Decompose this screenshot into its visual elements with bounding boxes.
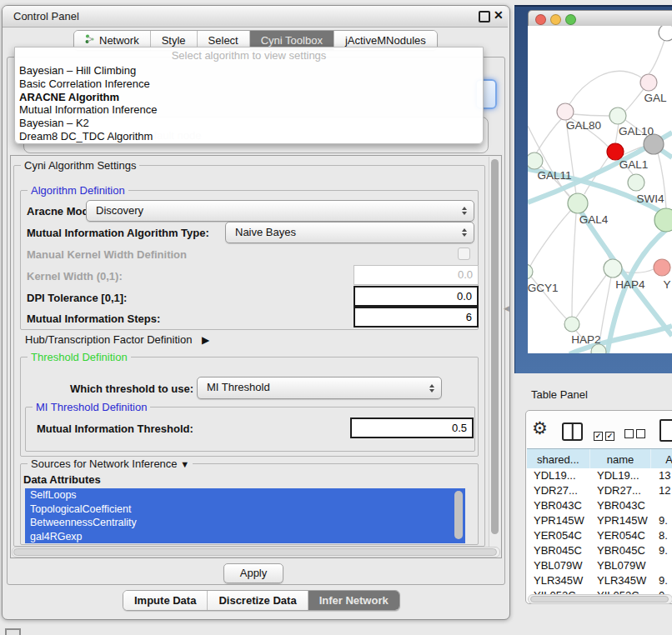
data-attributes-list: SelfLoopsTopologicalCoefficientBetweenne…: [25, 488, 465, 543]
splitter-arrow-icon[interactable]: ◀: [504, 304, 509, 312]
table-cell: 12: [652, 483, 672, 498]
dpi-tolerance-field[interactable]: 0.0: [354, 286, 479, 307]
network-edge: [529, 210, 571, 268]
tab-infer-network[interactable]: Infer Network: [308, 591, 399, 610]
network-node-gal10[interactable]: [609, 108, 626, 124]
algorithm-option[interactable]: Basic Correlation Inference: [15, 78, 483, 91]
table-row[interactable]: YDR27...YDR27...12: [527, 483, 672, 498]
table-cell: 8.: [652, 528, 672, 543]
mi-steps-field[interactable]: 6: [354, 307, 479, 328]
aracne-mode-select[interactable]: Discovery: [86, 200, 474, 222]
data-attribute-item[interactable]: BetweennessCentrality: [25, 516, 465, 530]
gear-icon[interactable]: ⚙: [532, 419, 548, 437]
collapse-arrow-icon: ▼: [180, 459, 189, 469]
table-cell: YBR043C: [590, 498, 652, 513]
sources-title[interactable]: Sources for Network Inference ▼: [28, 458, 193, 470]
algorithm-option[interactable]: Mutual Information Inference: [15, 103, 483, 117]
bottom-tab-bar: Impute DataDiscretize DataInfer Network: [123, 590, 400, 611]
table-row[interactable]: YER054CYER054C8.: [527, 528, 672, 543]
algorithm-option[interactable]: Bayesian – K2: [15, 117, 483, 130]
manual-kernel-checkbox[interactable]: [458, 248, 470, 260]
which-threshold-label: Which threshold to use:: [70, 382, 193, 395]
node-label: GAL: [644, 92, 667, 104]
table-cell: 9.: [652, 573, 672, 588]
tab-impute-data[interactable]: Impute Data: [123, 591, 207, 610]
mi-type-select[interactable]: Naive Bayes: [225, 222, 474, 243]
table-cell: YDL19...: [590, 468, 652, 483]
table-row[interactable]: YBR043CYBR043C: [527, 498, 672, 513]
table-row[interactable]: YPR145WYPR145W9.: [527, 513, 672, 528]
select-all-columns-icon[interactable]: ✓✓: [594, 427, 617, 442]
hub-tf-expander[interactable]: Hub/Transcription Factor Definition ▶: [25, 333, 209, 346]
settings-horizontal-scrollbar[interactable]: [12, 547, 500, 558]
network-window-titlebar[interactable]: [528, 10, 672, 28]
minimize-traffic-light[interactable]: [550, 14, 561, 25]
new-table-icon[interactable]: [659, 419, 672, 442]
algorithm-option[interactable]: Dream8 DC_TDC Algorithm: [15, 130, 483, 143]
mi-threshold-field[interactable]: 0.5: [350, 418, 474, 438]
column-header[interactable]: shared...: [527, 449, 590, 469]
data-attribute-item[interactable]: TopologicalCoefficient: [25, 502, 465, 517]
scrollbar-thumb[interactable]: [13, 548, 497, 556]
network-icon: [85, 34, 95, 47]
list-scrollbar-thumb[interactable]: [454, 491, 463, 539]
data-attribute-item[interactable]: SelfLoops: [25, 488, 465, 502]
apply-button[interactable]: Apply: [223, 563, 283, 583]
scrollbar-thumb[interactable]: [530, 596, 669, 602]
zoom-traffic-light[interactable]: [565, 14, 576, 25]
network-node-gcy1[interactable]: [528, 264, 533, 279]
which-threshold-select[interactable]: MI Threshold: [197, 377, 442, 399]
table-row[interactable]: YIL052CYIL052C0.: [527, 588, 672, 594]
table-row[interactable]: YBL079WYBL079W: [527, 558, 672, 573]
network-node-y[interactable]: [654, 259, 670, 276]
network-node[interactable]: [659, 26, 672, 41]
network-node-gal11[interactable]: [528, 152, 543, 169]
close-icon[interactable]: ✕: [494, 8, 504, 22]
network-node-gal[interactable]: [640, 74, 657, 91]
table-header-row: shared...nameA: [527, 448, 672, 470]
deselect-all-columns-icon[interactable]: [624, 427, 648, 442]
group-title: Algorithm Definition: [28, 184, 128, 197]
network-canvas[interactable]: GALGAL80GAL10GAL1SWI4GAL11GAL4GCY1HAP4YH…: [528, 26, 672, 353]
close-traffic-light[interactable]: [535, 14, 546, 25]
split-columns-icon[interactable]: [562, 422, 583, 441]
table-row[interactable]: YLR345WYLR345W9.: [527, 573, 672, 588]
mi-threshold-label: Mutual Information Threshold:: [37, 422, 193, 435]
table-cell: YLR345W: [527, 573, 590, 588]
algorithm-option[interactable]: ARACNE Algorithm: [15, 91, 483, 104]
network-node-gal4[interactable]: [568, 193, 588, 213]
data-attribute-item[interactable]: gal4RGexp: [25, 530, 465, 544]
kernel-width-field[interactable]: 0.0: [354, 265, 479, 285]
table-cell: YDL19...: [527, 468, 590, 483]
network-node-swi4[interactable]: [628, 174, 644, 191]
mi-steps-label: Mutual Information Steps:: [27, 312, 160, 325]
table-cell: YLR345W: [590, 573, 652, 588]
combo-arrows-icon: [429, 384, 434, 392]
group-title: MI Threshold Definition: [33, 401, 150, 413]
manual-kernel-label: Manual Kernel Width Definition: [27, 248, 187, 261]
table-cell: YBR045C: [527, 543, 590, 558]
group-title: Threshold Definition: [28, 351, 131, 363]
tab-discretize-data[interactable]: Discretize Data: [207, 591, 307, 610]
node-label: GAL1: [619, 158, 649, 171]
scrollbar-thumb[interactable]: [491, 159, 499, 534]
table-row[interactable]: YBR045CYBR045C9.: [527, 543, 672, 558]
network-node-hap4[interactable]: [604, 259, 622, 278]
network-node-gal1[interactable]: [607, 143, 624, 160]
network-node-gal80[interactable]: [557, 103, 574, 120]
table-panel-title: Table Panel: [531, 388, 588, 401]
tab-label: Cyni Toolbox: [261, 34, 323, 47]
algorithm-option[interactable]: Bayesian – Hill Climbing: [15, 64, 483, 78]
column-header[interactable]: A: [651, 449, 672, 469]
settings-vertical-scrollbar[interactable]: [489, 157, 500, 555]
float-window-icon[interactable]: [479, 11, 490, 22]
table-row[interactable]: YDL19...YDL19...13: [527, 468, 672, 483]
table-cell: 0.: [652, 588, 672, 594]
table-cell: [652, 558, 672, 573]
column-header[interactable]: name: [590, 449, 652, 469]
minimized-panel-icon[interactable]: [5, 628, 21, 635]
tab-label: Style: [162, 34, 186, 47]
network-edge: [622, 269, 654, 272]
table-horizontal-scrollbar[interactable]: [528, 594, 672, 604]
network-node-hap2[interactable]: [564, 317, 579, 332]
